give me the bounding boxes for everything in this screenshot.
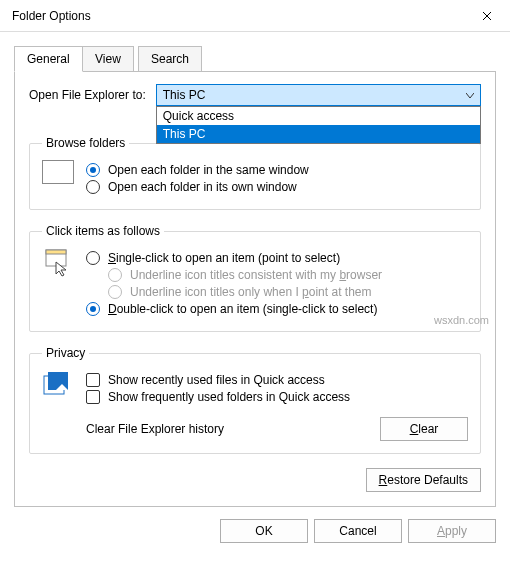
chevron-down-icon	[466, 88, 474, 102]
radio-underline-point	[108, 285, 122, 299]
radio-double-click-label: Double-click to open an item (single-cli…	[108, 302, 377, 316]
radio-underline-point-label: Underline icon titles only when I point …	[130, 285, 371, 299]
apply-button: Apply	[408, 519, 496, 543]
checkbox-recent-files[interactable]	[86, 373, 100, 387]
close-button[interactable]	[464, 0, 510, 32]
checkbox-frequent-folders[interactable]	[86, 390, 100, 404]
svg-rect-1	[46, 250, 66, 254]
watermark: wsxdn.com	[434, 314, 489, 326]
clear-history-label: Clear File Explorer history	[86, 422, 224, 436]
ok-button[interactable]: OK	[220, 519, 308, 543]
clear-button[interactable]: Clear	[380, 417, 468, 441]
tab-search[interactable]: Search	[138, 46, 202, 72]
checkbox-recent-files-label: Show recently used files in Quick access	[108, 373, 325, 387]
tab-body: Open File Explorer to: This PC Quick acc…	[14, 71, 496, 507]
radio-same-window[interactable]	[86, 163, 100, 177]
open-explorer-row: Open File Explorer to: This PC Quick acc…	[29, 84, 481, 106]
tab-strip: General View Search	[14, 46, 496, 72]
dialog-buttons: OK Cancel Apply	[0, 519, 510, 555]
open-explorer-label: Open File Explorer to:	[29, 88, 146, 102]
radio-single-click[interactable]	[86, 251, 100, 265]
radio-underline-browser-label: Underline icon titles consistent with my…	[130, 268, 382, 282]
click-items-group: Click items as follows Single-click to o…	[29, 224, 481, 332]
radio-own-window[interactable]	[86, 180, 100, 194]
folder-icon	[42, 160, 76, 184]
open-explorer-select[interactable]: This PC Quick access This PC	[156, 84, 481, 106]
restore-defaults-button[interactable]: Restore Defaults	[366, 468, 481, 492]
dropdown-option-quick-access[interactable]: Quick access	[157, 107, 480, 125]
radio-own-window-label: Open each folder in its own window	[108, 180, 297, 194]
titlebar: Folder Options	[0, 0, 510, 32]
privacy-icon	[42, 370, 76, 401]
radio-same-window-label: Open each folder in the same window	[108, 163, 309, 177]
dropdown-option-this-pc[interactable]: This PC	[157, 125, 480, 143]
click-icon	[42, 248, 76, 281]
radio-underline-browser	[108, 268, 122, 282]
browse-folders-group: Browse folders Open each folder in the s…	[29, 136, 481, 210]
cancel-button[interactable]: Cancel	[314, 519, 402, 543]
radio-single-click-label: Single-click to open an item (point to s…	[108, 251, 340, 265]
browse-folders-legend: Browse folders	[42, 136, 129, 150]
tab-general[interactable]: General	[14, 46, 83, 72]
radio-double-click[interactable]	[86, 302, 100, 316]
open-explorer-dropdown[interactable]: Quick access This PC	[156, 106, 481, 144]
tab-view[interactable]: View	[82, 46, 134, 72]
click-items-legend: Click items as follows	[42, 224, 164, 238]
close-icon	[482, 11, 492, 21]
open-explorer-selected: This PC	[163, 88, 206, 102]
checkbox-frequent-folders-label: Show frequently used folders in Quick ac…	[108, 390, 350, 404]
window-title: Folder Options	[12, 9, 91, 23]
privacy-group: Privacy Show recently used files in Quic…	[29, 346, 481, 454]
privacy-legend: Privacy	[42, 346, 89, 360]
dialog-content: General View Search Open File Explorer t…	[0, 32, 510, 519]
